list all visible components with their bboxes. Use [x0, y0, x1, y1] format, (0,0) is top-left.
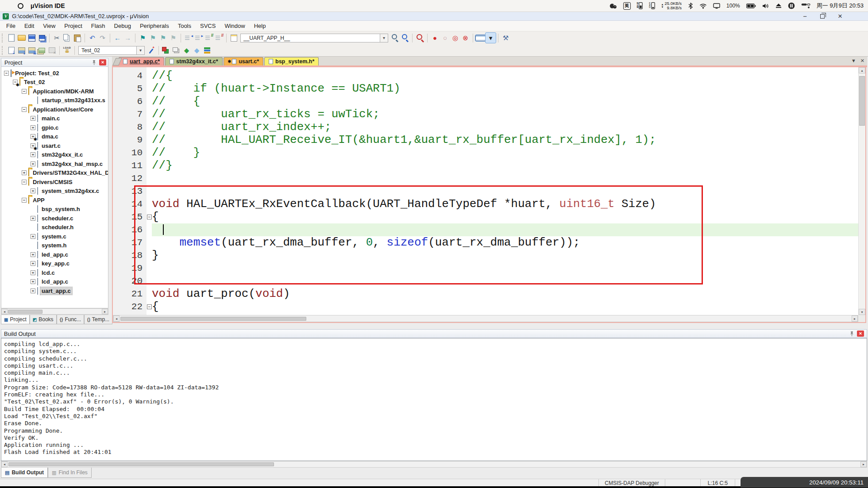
tree-item[interactable]: +lcd_app.c	[1, 277, 108, 287]
tab-list-dropdown-icon[interactable]: ▼	[851, 58, 856, 64]
tree-item[interactable]: system.h	[1, 241, 108, 250]
display-icon[interactable]	[713, 3, 720, 9]
scroll-left-icon[interactable]: ◂	[1, 309, 8, 314]
bottom-tab-build-output[interactable]: ▤Build Output	[1, 468, 48, 478]
tree-item[interactable]: +key_app.c	[1, 259, 108, 269]
fold-column[interactable]: −	[147, 215, 152, 219]
code-line-8[interactable]: 8// uart_rx_index++;	[113, 121, 858, 134]
tree-item[interactable]: −Test_02	[1, 78, 108, 87]
build-icon[interactable]	[16, 45, 27, 55]
indent-icon[interactable]	[193, 33, 204, 43]
tree-item[interactable]: −Drivers/CMSIS	[1, 177, 108, 187]
fold-toggle-icon[interactable]: −	[147, 215, 152, 219]
tree-item-label[interactable]: gpio.c	[40, 124, 60, 131]
find-dialog-icon[interactable]	[415, 33, 425, 43]
target-select-value[interactable]: Test_02	[78, 46, 137, 55]
stop-build-icon[interactable]	[47, 45, 57, 55]
code-text[interactable]: memset(uart_rx_dma_buffer, 0, sizeof(uar…	[152, 236, 580, 249]
find-text-combo-dropdown-icon[interactable]: ▾	[380, 34, 388, 42]
tree-item[interactable]: −Application/MDK-ARM	[1, 87, 108, 96]
prev-bookmark-icon[interactable]: ⚑	[148, 33, 158, 43]
scroll-thumb[interactable]	[859, 76, 865, 126]
code-line-20[interactable]: 20	[113, 275, 858, 288]
code-line-9[interactable]: 9// HAL_UART_Receive_IT(&huart1,&uart_rx…	[113, 134, 858, 146]
find-text-combo-value[interactable]: __UART_APP_H__	[240, 34, 380, 42]
tree-item[interactable]: +uart_app.c	[1, 286, 108, 296]
tree-item-label[interactable]: scheduler.h	[40, 223, 75, 231]
battery-icon[interactable]	[746, 4, 756, 8]
expand-toggle[interactable]: +	[22, 170, 27, 175]
code-line-15[interactable]: 15−{	[113, 211, 858, 223]
tree-item[interactable]: +dma.c	[1, 132, 108, 142]
menu-edit[interactable]: Edit	[20, 21, 39, 31]
tree-item-label[interactable]: key_app.c	[40, 260, 71, 267]
code-line-7[interactable]: 7// uart_rx_ticks = uwTick;	[113, 108, 858, 121]
build-output-log[interactable]: compiling lcd_app.c...compiling system.c…	[1, 338, 867, 461]
expand-toggle[interactable]: −	[22, 198, 27, 203]
batch-build-icon[interactable]	[37, 45, 47, 55]
tree-item[interactable]: +stm32g4xx_it.c	[1, 150, 108, 160]
target-select[interactable]: Test_02▾	[78, 46, 145, 55]
doc-tab-usartc[interactable]: ✱usart.c*	[224, 57, 263, 65]
insert-breakpoint-icon[interactable]: ●	[430, 33, 440, 43]
expand-toggle[interactable]: −	[22, 180, 27, 184]
scroll-up-icon[interactable]: ▴	[859, 67, 865, 73]
code-lines[interactable]: 4//{5// if (huart->Instance == USART1)6/…	[113, 67, 858, 315]
tree-item-label[interactable]: Drivers/STM32G4xx_HAL_Dri	[31, 169, 108, 177]
scroll-thumb[interactable]	[8, 462, 274, 466]
new-file-icon[interactable]	[6, 33, 16, 43]
panel-tab-books[interactable]: ◩Books	[30, 315, 57, 324]
editor-vscrollbar[interactable]: ▴ ▾	[858, 67, 865, 315]
code-text[interactable]: //{	[152, 69, 173, 82]
outdent-icon[interactable]	[183, 33, 193, 43]
code-editor[interactable]: 4//{5// if (huart->Instance == USART1)6/…	[112, 67, 866, 323]
code-line-6[interactable]: 6// {	[113, 95, 858, 108]
find-in-files-icon[interactable]	[390, 33, 400, 43]
open-file-icon[interactable]	[16, 33, 27, 43]
tree-item[interactable]: bsp_system.h	[1, 205, 108, 214]
menu-tools[interactable]: Tools	[174, 21, 196, 31]
tree-item[interactable]: −APP	[1, 196, 108, 205]
code-line-21[interactable]: 21void uart_proc(void)	[113, 288, 858, 300]
code-line-12[interactable]: 12	[113, 172, 858, 185]
expand-toggle[interactable]: +	[31, 161, 35, 166]
manage-project-items-icon[interactable]: ◆	[181, 45, 192, 55]
tree-item-label[interactable]: APP	[31, 196, 46, 204]
doc-tab-bsp_systemh[interactable]: bsp_system.h*	[264, 57, 319, 65]
expand-toggle[interactable]: +	[31, 216, 35, 221]
network-speed[interactable]: ▲▼ 25.0KB/s9.8KB/s	[661, 1, 682, 10]
code-line-4[interactable]: 4//{	[113, 69, 858, 82]
tree-item-label[interactable]: bsp_system.h	[40, 205, 81, 213]
tree-item[interactable]: +lcd.c	[1, 268, 108, 277]
tree-item-label[interactable]: scheduler.c	[40, 215, 75, 222]
manage-rte-icon[interactable]	[161, 45, 171, 55]
code-text[interactable]: void HAL_UARTEx_RxEventCallback(UART_Han…	[152, 198, 656, 211]
tree-item-label[interactable]: Test_02	[23, 78, 46, 86]
toggles-icon[interactable]	[801, 3, 810, 9]
expand-toggle[interactable]: +	[31, 288, 35, 293]
tree-item[interactable]: −Project: Test_02	[1, 69, 108, 78]
target-select-dropdown-icon[interactable]: ▾	[137, 46, 145, 55]
parallels-icon[interactable]	[788, 2, 795, 9]
expand-toggle[interactable]: +	[31, 234, 35, 239]
tree-item-label[interactable]: startup_stm32g431xx.s	[40, 96, 107, 104]
uncomment-selection-icon[interactable]	[214, 33, 224, 43]
code-text[interactable]: // {	[152, 95, 200, 108]
tree-item[interactable]: +gpio.c	[1, 123, 108, 132]
app-menu-icon[interactable]	[18, 3, 23, 9]
wifi-icon[interactable]	[699, 3, 707, 9]
tree-item-label[interactable]: dma.c	[40, 133, 60, 140]
menu-file[interactable]: File	[2, 21, 20, 31]
code-text[interactable]: {	[152, 211, 159, 223]
windows-list-icon[interactable]	[475, 35, 486, 41]
doc-tab-uart_appc[interactable]: uart_app.c*	[119, 57, 164, 65]
save-all-icon[interactable]	[37, 33, 47, 43]
fold-toggle-icon[interactable]: −	[147, 304, 152, 309]
expand-toggle[interactable]: +	[31, 125, 35, 130]
code-line-17[interactable]: 17 memset(uart_rx_dma_buffer, 0, sizeof(…	[113, 236, 858, 249]
menu-flash[interactable]: Flash	[87, 21, 110, 31]
paste-icon[interactable]	[72, 33, 82, 43]
tree-item[interactable]: +main.c	[1, 114, 108, 123]
input-language-indicator[interactable]: 英	[623, 2, 631, 10]
tree-item[interactable]: +usart.c	[1, 141, 108, 150]
